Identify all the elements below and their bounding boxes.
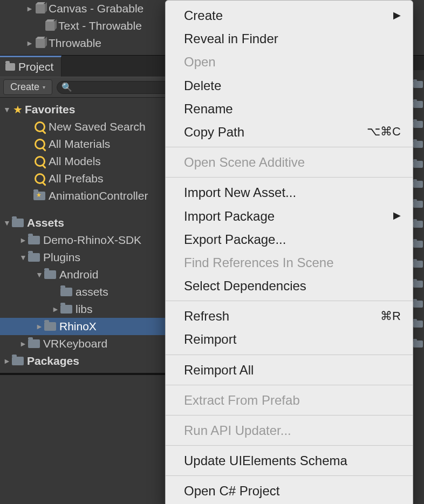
search-icon: 🔍 bbox=[61, 82, 72, 92]
menu-item: Open Scene Additive bbox=[166, 151, 413, 174]
folder-icon bbox=[28, 236, 40, 244]
menu-separator bbox=[166, 445, 413, 446]
folder-label: assets bbox=[76, 285, 108, 298]
folder-star-icon bbox=[33, 192, 45, 200]
expand-arrow-icon: ► bbox=[52, 305, 59, 314]
gameobject-icon bbox=[45, 21, 55, 31]
folder-icon bbox=[413, 161, 423, 168]
folder-icon bbox=[44, 270, 56, 279]
favorite-label: All Prefabs bbox=[49, 172, 104, 185]
folder-icon bbox=[60, 288, 72, 296]
hierarchy-label: Text - Throwable bbox=[58, 19, 142, 32]
menu-item[interactable]: Rename bbox=[166, 97, 413, 120]
favorite-label: New Saved Search bbox=[49, 120, 146, 133]
menu-label: Delete bbox=[184, 77, 221, 94]
folder-icon bbox=[413, 340, 423, 348]
hierarchy-label: Throwable bbox=[49, 37, 101, 50]
submenu-arrow-icon: ▶ bbox=[393, 209, 401, 222]
folder-icon bbox=[413, 321, 423, 328]
menu-label: Rename bbox=[184, 100, 233, 117]
menu-item: Find References In Scene bbox=[166, 251, 413, 274]
menu-label: Open Scene Additive bbox=[184, 154, 305, 171]
folder-icon bbox=[28, 253, 40, 262]
expand-arrow-icon: ► bbox=[19, 339, 27, 348]
gameobject-icon bbox=[36, 4, 45, 13]
menu-separator bbox=[166, 415, 413, 416]
folder-icon bbox=[413, 221, 423, 228]
expand-arrow-icon: ► bbox=[3, 357, 11, 365]
menu-item[interactable]: Reveal in Finder bbox=[166, 27, 413, 50]
folder-label: Demo-RhinoX-SDK bbox=[43, 234, 141, 247]
menu-label: Copy Path bbox=[184, 124, 244, 140]
favorite-label: All Models bbox=[49, 155, 101, 168]
menu-separator bbox=[166, 177, 413, 178]
menu-item: Open bbox=[166, 50, 413, 73]
search-icon bbox=[35, 139, 45, 149]
menu-item: Extract From Prefab bbox=[166, 389, 413, 412]
folder-icon bbox=[28, 339, 40, 348]
folder-icon bbox=[413, 141, 423, 148]
menu-label: Update UIElements Schema bbox=[184, 452, 347, 469]
menu-item[interactable]: Reimport All bbox=[166, 358, 413, 382]
menu-shortcut: ⌥⌘C bbox=[367, 124, 401, 140]
expand-arrow-icon: ► bbox=[19, 236, 27, 244]
menu-label: Import Package bbox=[184, 208, 275, 224]
assets-title: Assets bbox=[27, 216, 64, 229]
menu-item[interactable]: Refresh⌘R bbox=[166, 304, 413, 328]
expand-arrow-icon: ▼ bbox=[3, 219, 11, 227]
menu-label: Create bbox=[184, 7, 223, 24]
menu-label: Select Dependencies bbox=[184, 277, 306, 294]
favorite-label: All Materials bbox=[49, 138, 110, 151]
menu-item[interactable]: Open C# Project bbox=[166, 479, 413, 502]
menu-item[interactable]: Import Package▶ bbox=[166, 205, 413, 228]
menu-separator bbox=[166, 355, 413, 355]
menu-item[interactable]: Import New Asset... bbox=[166, 181, 413, 204]
menu-label: Export Package... bbox=[184, 231, 286, 248]
menu-item[interactable]: Create▶ bbox=[166, 4, 413, 27]
menu-item[interactable]: Copy Path⌥⌘C bbox=[166, 120, 413, 144]
folder-label: libs bbox=[76, 303, 93, 316]
menu-item[interactable]: Select Dependencies bbox=[166, 274, 413, 297]
menu-label: Open C# Project bbox=[184, 482, 279, 499]
favorites-title: Favorites bbox=[25, 103, 75, 116]
menu-item[interactable]: Export Package... bbox=[166, 228, 413, 251]
expand-arrow-icon: ▼ bbox=[36, 270, 43, 279]
create-label: Create bbox=[10, 81, 39, 93]
tab-project[interactable]: Project bbox=[0, 56, 61, 77]
menu-label: Reimport All bbox=[184, 362, 254, 378]
menu-item[interactable]: Reimport bbox=[166, 328, 413, 351]
folder-icon bbox=[12, 357, 24, 365]
hierarchy-label: Canvas - Grabable bbox=[49, 2, 143, 15]
right-panel-edge bbox=[412, 70, 424, 491]
favorite-label: AnimationController bbox=[49, 189, 148, 202]
folder-icon bbox=[413, 281, 423, 288]
create-button[interactable]: Create ▾ bbox=[3, 79, 52, 95]
submenu-arrow-icon: ▶ bbox=[393, 9, 401, 22]
menu-label: Import New Asset... bbox=[184, 184, 296, 201]
folder-label: VRKeyboard bbox=[43, 337, 107, 350]
menu-label: Open bbox=[184, 53, 216, 70]
search-icon bbox=[35, 156, 45, 167]
menu-label: Extract From Prefab bbox=[184, 392, 300, 408]
expand-arrow-icon: ► bbox=[36, 322, 43, 331]
menu-label: Refresh bbox=[184, 308, 229, 324]
folder-label: Plugins bbox=[43, 251, 80, 264]
menu-separator bbox=[166, 475, 413, 476]
folder-icon bbox=[413, 301, 423, 308]
menu-item[interactable]: Update UIElements Schema bbox=[166, 449, 413, 472]
folder-label: Android bbox=[59, 268, 98, 281]
menu-item: Run API Updater... bbox=[166, 419, 413, 442]
folder-icon bbox=[413, 81, 423, 88]
star-icon: ★ bbox=[13, 103, 23, 116]
menu-label: Reveal in Finder bbox=[184, 30, 278, 47]
expand-arrow-icon: ► bbox=[26, 39, 33, 47]
expand-arrow-icon: ▼ bbox=[3, 105, 11, 114]
folder-label: RhinoX bbox=[59, 320, 97, 333]
menu-item[interactable]: Delete bbox=[166, 74, 413, 97]
search-icon bbox=[35, 173, 45, 184]
menu-separator bbox=[166, 301, 413, 301]
menu-label: Find References In Scene bbox=[184, 254, 334, 271]
menu-label: Run API Updater... bbox=[184, 422, 291, 439]
packages-title: Packages bbox=[27, 355, 79, 367]
context-menu: Create▶Reveal in FinderOpenDeleteRenameC… bbox=[165, 0, 413, 504]
